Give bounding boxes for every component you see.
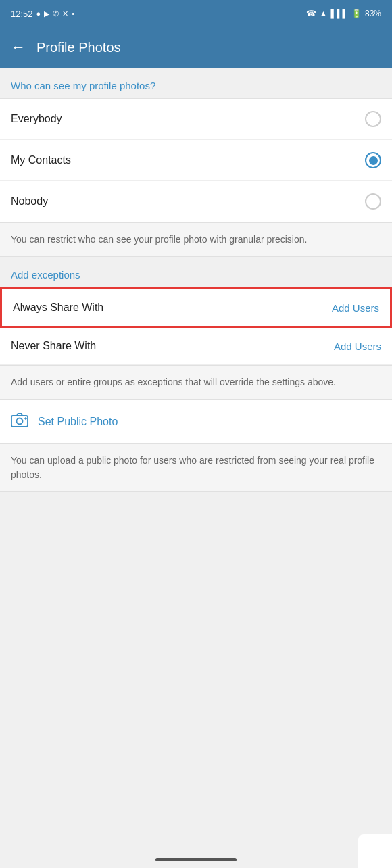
- option-my-contacts[interactable]: My Contacts: [0, 140, 392, 181]
- option-nobody[interactable]: Nobody: [0, 181, 392, 222]
- add-exceptions-header: Add exceptions: [0, 257, 392, 287]
- youtube-icon: ▶: [44, 9, 49, 18]
- signal-icon: ▌▌▌: [330, 9, 348, 18]
- back-button[interactable]: ←: [11, 39, 26, 56]
- dot-icon: •: [72, 9, 74, 18]
- battery-icon: 🔋: [351, 9, 362, 18]
- battery-percent: 83%: [365, 9, 381, 18]
- nobody-label: Nobody: [11, 195, 48, 208]
- wifi-strength-icon: ▲: [320, 9, 328, 18]
- everybody-label: Everybody: [11, 113, 62, 125]
- status-right: ☎ ▲ ▌▌▌ 🔋 83%: [306, 9, 381, 18]
- set-public-photo-label: Set Public Photo: [38, 416, 118, 428]
- exceptions-description: Add users or entire groups as exceptions…: [0, 365, 392, 400]
- svg-point-1: [17, 418, 23, 425]
- nobody-radio[interactable]: [365, 193, 381, 210]
- bottom-nav-indicator: [155, 858, 237, 861]
- status-time: 12:52: [11, 9, 33, 19]
- my-contacts-label: My Contacts: [11, 154, 71, 166]
- x-icon: ✕: [62, 9, 68, 18]
- always-share-row[interactable]: Always Share With Add Users: [0, 287, 392, 328]
- public-photo-description: You can upload a public photo for users …: [0, 444, 392, 492]
- status-bar: 12:52 ● ▶ ✆ ✕ • ☎ ▲ ▌▌▌ 🔋 83%: [0, 0, 392, 27]
- visibility-options-card: Everybody My Contacts Nobody: [0, 98, 392, 222]
- always-share-add-users-button[interactable]: Add Users: [332, 302, 379, 314]
- option-everybody[interactable]: Everybody: [0, 99, 392, 140]
- camera-add-icon: [11, 412, 28, 431]
- visibility-description: You can restrict who can see your profil…: [0, 222, 392, 257]
- never-share-add-users-button[interactable]: Add Users: [334, 341, 381, 352]
- never-share-label: Never Share With: [11, 340, 96, 352]
- page-title: Profile Photos: [36, 40, 121, 55]
- my-contacts-radio[interactable]: [365, 152, 381, 168]
- set-public-photo-row[interactable]: Set Public Photo: [0, 400, 392, 444]
- content-area: Who can see my profile photos? Everybody…: [0, 68, 392, 868]
- never-share-row[interactable]: Never Share With Add Users: [0, 328, 392, 365]
- wifi-icon: ●: [36, 9, 41, 18]
- phone-icon: ✆: [53, 9, 59, 18]
- app-bar: ← Profile Photos: [0, 27, 392, 68]
- call-icon: ☎: [306, 9, 316, 18]
- status-left: 12:52 ● ▶ ✆ ✕ •: [11, 9, 74, 19]
- who-can-see-header: Who can see my profile photos?: [0, 68, 392, 98]
- always-share-label: Always Share With: [13, 302, 103, 314]
- bottom-right-card: [358, 834, 392, 868]
- everybody-radio[interactable]: [365, 111, 381, 127]
